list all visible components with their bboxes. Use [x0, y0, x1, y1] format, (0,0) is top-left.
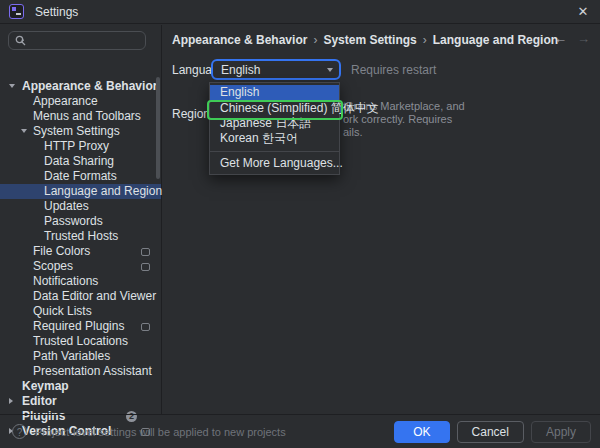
dropdown-item-chinese-simplified[interactable]: Chinese (Simplified) 简体中文: [210, 100, 339, 116]
language-value: English: [221, 63, 327, 77]
help-icon[interactable]: ?: [12, 424, 27, 439]
breadcrumb-separator: ›: [417, 33, 433, 47]
sidebar-item-appearance-behavior[interactable]: Appearance & Behavior: [0, 79, 161, 94]
sidebar-item-notifications[interactable]: Notifications: [0, 274, 161, 289]
window-title: Settings: [35, 5, 78, 19]
requires-restart-hint: Requires restart: [351, 63, 436, 77]
sidebar-item-language-and-region[interactable]: Language and Region: [0, 184, 161, 199]
language-combobox[interactable]: English: [211, 59, 341, 80]
settings-app-icon: [9, 4, 24, 19]
sidebar-item-path-variables[interactable]: Path Variables: [0, 349, 161, 364]
sidebar-item-system-settings[interactable]: System Settings: [0, 124, 161, 139]
breadcrumb-separator: ›: [307, 33, 323, 47]
dropdown-item-english[interactable]: English: [210, 85, 339, 100]
project-level-icon: [141, 248, 150, 256]
sidebar-item-scopes[interactable]: Scopes: [0, 259, 161, 274]
project-level-icon: [141, 323, 150, 331]
cancel-button[interactable]: Cancel: [457, 421, 524, 443]
forward-arrow-icon: →: [577, 31, 590, 46]
sidebar-item-required-plugins[interactable]: Required Plugins: [0, 319, 161, 334]
settings-tree: Appearance & Behavior Appearance Menus a…: [0, 79, 161, 439]
project-level-icon: [141, 263, 150, 271]
sidebar-item-data-sharing[interactable]: Data Sharing: [0, 154, 161, 169]
search-icon: [15, 35, 26, 46]
sidebar-item-data-editor-and-viewer[interactable]: Data Editor and Viewer: [0, 289, 161, 304]
language-dropdown-popup: English Chinese (Simplified) 简体中文 Japane…: [209, 82, 340, 175]
dialog-buttons: OK Cancel Apply: [394, 421, 591, 443]
back-arrow-icon[interactable]: ←: [554, 31, 567, 46]
sidebar-item-http-proxy[interactable]: HTTP Proxy: [0, 139, 161, 154]
region-label: Region:: [172, 107, 213, 121]
breadcrumb-appearance-behavior[interactable]: Appearance & Behavior: [172, 33, 307, 47]
settings-sidebar: Appearance & Behavior Appearance Menus a…: [0, 25, 162, 414]
sidebar-item-trusted-hosts[interactable]: Trusted Hosts: [0, 229, 161, 244]
sidebar-item-editor[interactable]: Editor: [0, 394, 161, 409]
chevron-down-icon: [327, 68, 333, 72]
ok-button[interactable]: OK: [394, 421, 449, 443]
footer-note: Project-level settings will be applied t…: [35, 426, 394, 438]
breadcrumb-system-settings[interactable]: System Settings: [323, 33, 416, 47]
sidebar-item-trusted-locations[interactable]: Trusted Locations: [0, 334, 161, 349]
apply-button: Apply: [531, 421, 591, 443]
chevron-down-icon[interactable]: [9, 84, 15, 88]
sidebar-item-date-formats[interactable]: Date Formats: [0, 169, 161, 184]
dropdown-item-korean[interactable]: Korean 한국어: [210, 131, 339, 146]
dropdown-item-japanese[interactable]: Japanese 日本語: [210, 116, 339, 131]
chevron-down-icon[interactable]: [21, 129, 27, 133]
sidebar-item-keymap[interactable]: Keymap: [0, 379, 161, 394]
sidebar-item-passwords[interactable]: Passwords: [0, 214, 161, 229]
sidebar-item-presentation-assistant[interactable]: Presentation Assistant: [0, 364, 161, 379]
breadcrumb: Appearance & Behavior›System Settings›La…: [172, 33, 558, 47]
dialog-footer: ? Project-level settings will be applied…: [0, 414, 600, 448]
titlebar: Settings ✕: [0, 0, 600, 24]
search-input[interactable]: [30, 34, 130, 48]
sidebar-item-menus-and-toolbars[interactable]: Menus and Toolbars: [0, 109, 161, 124]
sidebar-item-file-colors[interactable]: File Colors: [0, 244, 161, 259]
history-nav: ←→: [554, 31, 590, 46]
breadcrumb-language-and-region: Language and Region: [433, 33, 558, 47]
dropdown-item-get-more-languages[interactable]: Get More Languages...: [210, 156, 339, 171]
settings-content: Appearance & Behavior›System Settings›La…: [162, 25, 600, 414]
sidebar-item-updates[interactable]: Updates: [0, 199, 161, 214]
close-icon[interactable]: ✕: [575, 4, 591, 20]
sidebar-scrollbar[interactable]: [156, 77, 160, 179]
settings-search-field[interactable]: [8, 31, 146, 50]
dropdown-separator: [210, 151, 339, 152]
sidebar-item-appearance[interactable]: Appearance: [0, 94, 161, 109]
sidebar-item-quick-lists[interactable]: Quick Lists: [0, 304, 161, 319]
settings-dialog-body: Appearance & Behavior Appearance Menus a…: [0, 25, 600, 414]
chevron-right-icon[interactable]: [9, 398, 13, 404]
